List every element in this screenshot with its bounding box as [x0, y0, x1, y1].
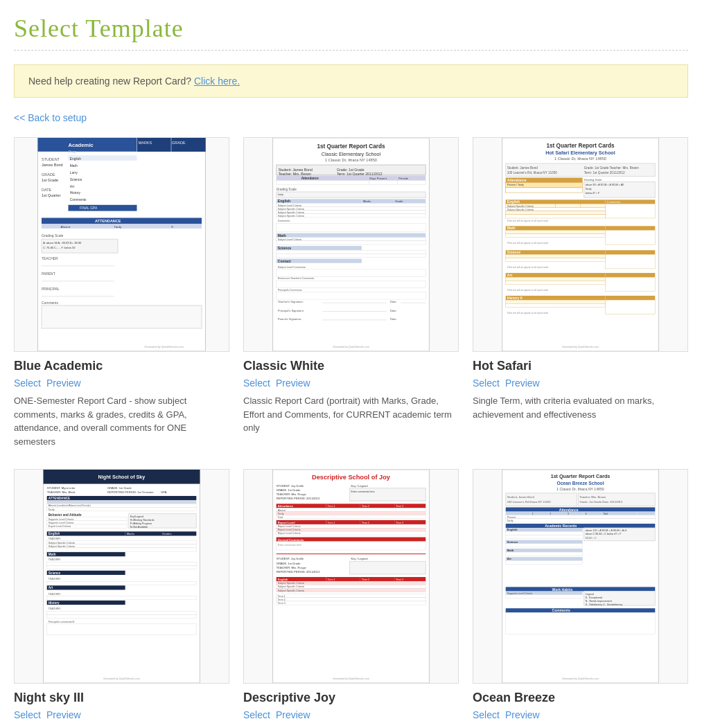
svg-text:ATTENDANCE: ATTENDANCE [95, 219, 121, 223]
svg-text:If this text will not appear o: If this text will not appear on all repo… [507, 266, 549, 269]
svg-rect-24 [69, 205, 137, 211]
svg-text:Term 2: Term 2 [362, 505, 369, 508]
svg-text:Subject Specific Criteria: Subject Specific Criteria [278, 582, 304, 585]
svg-rect-363 [506, 612, 656, 634]
preview-link-ocean-breeze[interactable]: Preview [505, 709, 540, 720]
preview-link-blue-academic[interactable]: Preview [46, 378, 81, 389]
svg-text:Math: Math [49, 553, 56, 556]
template-name-classic-white: Classic White [243, 359, 459, 373]
svg-text:Legend: Legend [586, 593, 594, 596]
svg-text:above 110 = A    90-94 = A    : above 110 = A 90-94 = A 90-94 = A+0 [586, 529, 627, 532]
svg-text:Generated by QuickSchools.com: Generated by QuickSchools.com [562, 346, 598, 348]
svg-rect-253 [277, 515, 426, 519]
svg-rect-131 [506, 199, 606, 204]
svg-text:TEACHER: Mrs. Black: TEACHER: Mrs. Black [47, 490, 76, 494]
svg-text:Subject Specific Criteria: Subject Specific Criteria [49, 545, 75, 548]
svg-text:English: English [49, 532, 60, 535]
svg-rect-155 [506, 254, 606, 258]
svg-text:Total: Total [278, 516, 283, 519]
svg-text:English: English [278, 199, 291, 203]
svg-rect-150 [506, 234, 606, 238]
svg-text:2: 2 [550, 513, 551, 515]
svg-rect-319 [584, 512, 602, 515]
svg-rect-296 [277, 594, 426, 598]
back-link[interactable]: << Back to setup [14, 112, 87, 123]
svg-text:Subject Level Criteria: Subject Level Criteria [278, 204, 301, 207]
svg-text:Generated by QuickSchools.com: Generated by QuickSchools.com [333, 677, 369, 680]
templates-grid: Academic Prep MARKS GRADE STUDENT James … [14, 137, 688, 726]
svg-text:Generated by QuickSchools.com: Generated by QuickSchools.com [103, 677, 139, 680]
svg-text:Descriptive School of Joy: Descriptive School of Joy [312, 474, 391, 481]
svg-rect-171 [506, 303, 606, 307]
svg-rect-153 [605, 250, 655, 254]
template-name-ocean-breeze: Ocean Breeze [473, 691, 688, 705]
svg-text:Science: Science [49, 571, 61, 575]
svg-text:Expert Level Criteria: Expert Level Criteria [49, 525, 71, 528]
preview-link-classic-white[interactable]: Preview [276, 378, 310, 389]
svg-text:Math: Math [507, 549, 514, 552]
preview-link-night-sky-iii[interactable]: Preview [46, 709, 81, 720]
svg-text:Principal's Comments:: Principal's Comments: [278, 289, 302, 292]
svg-text:Present / Tardy: Present / Tardy [507, 184, 524, 186]
svg-text:English: English [278, 578, 288, 581]
svg-rect-96 [277, 269, 426, 276]
help-link[interactable]: Click here. [194, 76, 240, 87]
template-actions-night-sky-iii: SelectPreview [14, 709, 229, 720]
select-link-classic-white[interactable]: Select [243, 378, 270, 389]
svg-text:Art: Art [70, 185, 75, 188]
svg-rect-167 [605, 296, 655, 300]
svg-text:History: History [49, 601, 60, 605]
svg-text:1st Grade: 1st Grade [42, 178, 58, 182]
svg-rect-221 [47, 581, 197, 585]
svg-text:PARENT: PARENT [42, 272, 55, 276]
svg-text:DATE: DATE [42, 188, 52, 192]
svg-text:Term 1: Term 1 [328, 522, 335, 524]
svg-text:FINAL GPA: FINAL GPA [80, 206, 98, 210]
svg-rect-84 [394, 233, 425, 238]
svg-text:Subject Level Comments:: Subject Level Comments: [278, 266, 306, 269]
svg-rect-252 [277, 512, 426, 515]
svg-text:If this text will not appear o: If this text will not appear on all repo… [507, 289, 549, 292]
svg-text:TEACHER:: TEACHER: [49, 558, 61, 561]
svg-rect-149 [605, 230, 655, 245]
svg-rect-345 [506, 549, 583, 552]
select-link-ocean-breeze[interactable]: Select [473, 709, 500, 720]
svg-text:Term 2: Term 2 [362, 522, 369, 524]
svg-text:Days Present: Days Present [369, 177, 387, 180]
svg-text:Grade: 1st Grade   Teacher: Mr: Grade: 1st Grade Teacher: Mrs. Brown [584, 166, 640, 170]
svg-text:Key/Legend: Key/Legend [130, 515, 143, 518]
svg-text:Homeroom Teacher's Comments:: Homeroom Teacher's Comments: [278, 277, 315, 280]
svg-rect-350 [506, 560, 583, 564]
svg-text:3: 3 [568, 513, 569, 515]
svg-text:REPORTING PERIOD: 1st Trimeste: REPORTING PERIOD: 1st Trimester [107, 490, 155, 494]
svg-text:If this text will not appear o: If this text will not appear on all repo… [507, 312, 549, 314]
svg-text:Subject Specific Criteria: Subject Specific Criteria [278, 215, 304, 217]
select-link-night-sky-iii[interactable]: Select [14, 709, 41, 720]
svg-text:X: X [171, 225, 173, 229]
svg-rect-62 [397, 181, 425, 185]
svg-text:1: 1 [532, 513, 534, 515]
select-link-hot-safari[interactable]: Select [473, 378, 500, 389]
svg-text:below 47 = F: below 47 = F [586, 192, 600, 195]
svg-text:James Bond: James Bond [42, 163, 63, 167]
select-link-descriptive-joy[interactable]: Select [243, 709, 270, 720]
svg-text:Absent: Absent [278, 509, 286, 512]
svg-text:Absent (combined Absent and Ev: Absent (combined Absent and Events) [49, 504, 91, 507]
preview-link-hot-safari[interactable]: Preview [505, 378, 540, 389]
svg-text:Periods: Periods [398, 177, 408, 180]
svg-rect-81 [277, 223, 426, 231]
svg-text:Present: Present [507, 516, 516, 519]
template-card-hot-safari: 1st Quarter Report Cards Hot Safari Elem… [473, 137, 688, 448]
template-card-classic-white: 1st Quarter Report Cards Classic Element… [243, 137, 459, 448]
svg-text:Larry: Larry [70, 171, 78, 175]
svg-text:Parent's Signature:: Parent's Signature: [278, 317, 302, 321]
svg-rect-54 [277, 175, 369, 180]
svg-text:STUDENT: Myra Lette: STUDENT: Myra Lette [47, 486, 76, 490]
svg-text:STUDENT: STUDENT [42, 157, 60, 161]
preview-link-descriptive-joy[interactable]: Preview [276, 709, 310, 720]
svg-text:STUDENT: Joy Grelle: STUDENT: Joy Grelle [277, 484, 304, 488]
select-link-blue-academic[interactable]: Select [14, 378, 41, 389]
svg-text:P=Making Progress: P=Making Progress [130, 522, 152, 525]
svg-text:Art: Art [507, 557, 512, 560]
svg-text:Key / Legend: Key / Legend [351, 557, 369, 560]
